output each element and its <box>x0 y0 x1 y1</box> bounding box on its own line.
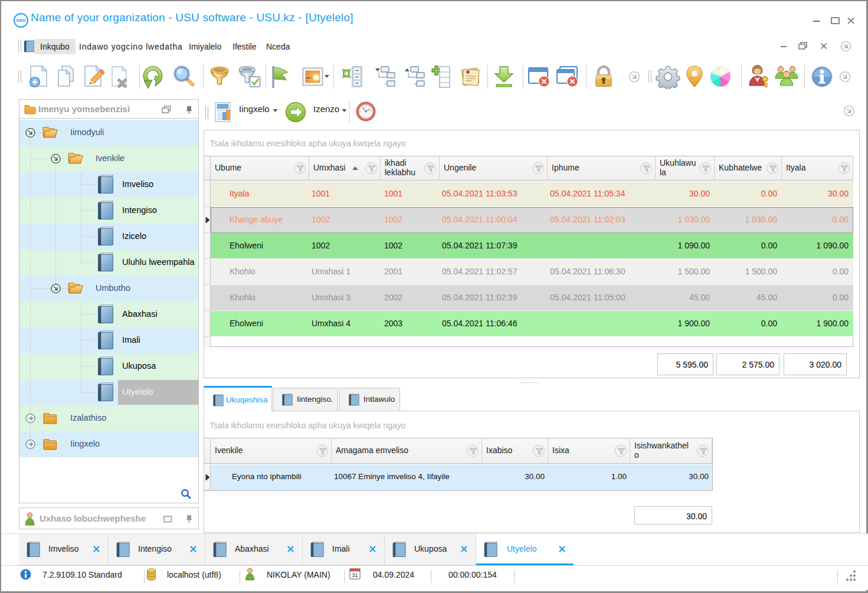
svg-text:31: 31 <box>352 572 358 578</box>
